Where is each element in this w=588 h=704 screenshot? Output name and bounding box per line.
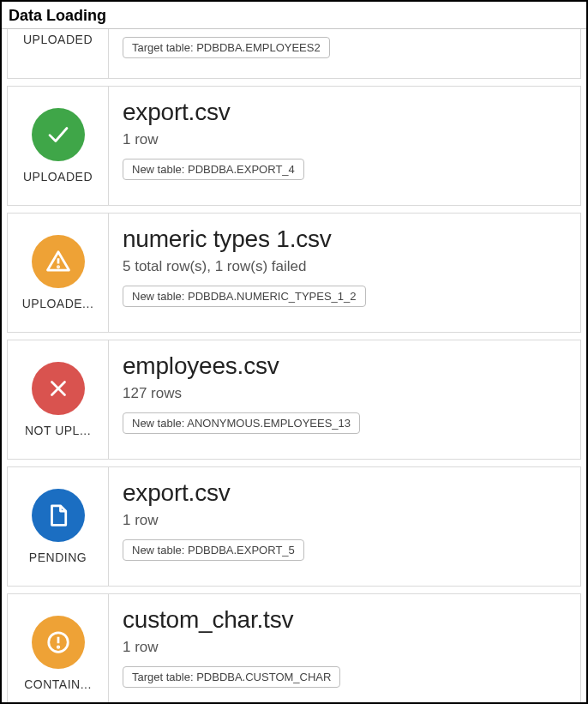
list-item[interactable]: UPLOADE...numeric types 1.csv5 total row… [7,213,581,333]
upload-list: UPLOADEDTarget table: PDBDBA.EMPLOYEES2U… [2,29,586,704]
target-table-tag: New table: PDBDBA.NUMERIC_TYPES_1_2 [123,286,366,307]
content-column: custom_char.tsv1 rowTarget table: PDBDBA… [109,594,580,704]
list-item[interactable]: UPLOADEDexport.csv1 rowNew table: PDBDBA… [7,86,581,206]
status-label: CONTAIN... [24,677,92,691]
content-column: export.csv1 rowNew table: PDBDBA.EXPORT_… [109,467,580,586]
list-item[interactable]: CONTAIN...custom_char.tsv1 rowTarget tab… [7,593,581,704]
file-name: custom_char.tsv [123,606,567,634]
status-column: UPLOADED [8,87,109,205]
status-label: PENDING [29,551,87,564]
status-column: UPLOADE... [8,214,109,332]
content-column: numeric types 1.csv5 total row(s), 1 row… [109,214,580,332]
alert-icon [32,616,85,669]
target-table-tag: Target table: PDBDBA.EMPLOYEES2 [123,37,330,58]
row-summary: 1 row [123,639,567,656]
list-item[interactable]: NOT UPL...employees.csv127 rowsNew table… [7,340,581,460]
target-table-tag: New table: PDBDBA.EXPORT_5 [123,539,304,561]
status-label: UPLOADED [23,170,93,184]
status-label: UPLOADE... [22,297,94,310]
warning-icon [32,235,85,288]
target-table-tag: New table: ANONYMOUS.EMPLOYEES_13 [123,412,360,434]
status-column: UPLOADED [8,29,109,78]
content-column: Target table: PDBDBA.EMPLOYEES2 [109,29,580,78]
target-table-tag: New table: PDBDBA.EXPORT_4 [123,159,304,180]
content-column: export.csv1 rowNew table: PDBDBA.EXPORT_… [109,87,580,205]
file-name: employees.csv [123,352,567,380]
row-summary: 1 row [123,131,567,148]
svg-point-6 [57,647,59,648]
status-column: PENDING [8,467,109,586]
status-column: NOT UPL... [8,340,109,459]
list-item[interactable]: UPLOADEDTarget table: PDBDBA.EMPLOYEES2 [7,29,581,79]
cross-icon [32,362,85,415]
content-column: employees.csv127 rowsNew table: ANONYMOU… [109,340,580,459]
data-loading-panel: Data Loading UPLOADEDTarget table: PDBDB… [0,0,588,704]
row-summary: 5 total row(s), 1 row(s) failed [123,258,567,275]
file-icon [32,489,85,542]
status-label: NOT UPL... [25,424,91,437]
file-name: export.csv [123,479,567,507]
file-name: numeric types 1.csv [123,226,567,253]
svg-point-1 [57,267,58,268]
row-summary: 127 rows [123,385,567,402]
list-item[interactable]: PENDINGexport.csv1 rowNew table: PDBDBA.… [7,466,581,587]
check-icon [32,108,85,161]
page-title: Data Loading [2,2,586,29]
status-column: CONTAIN... [8,594,109,704]
target-table-tag: Target table: PDBDBA.CUSTOM_CHAR [123,666,340,688]
file-name: export.csv [123,99,567,126]
status-label: UPLOADED [23,33,93,46]
row-summary: 1 row [123,512,567,529]
